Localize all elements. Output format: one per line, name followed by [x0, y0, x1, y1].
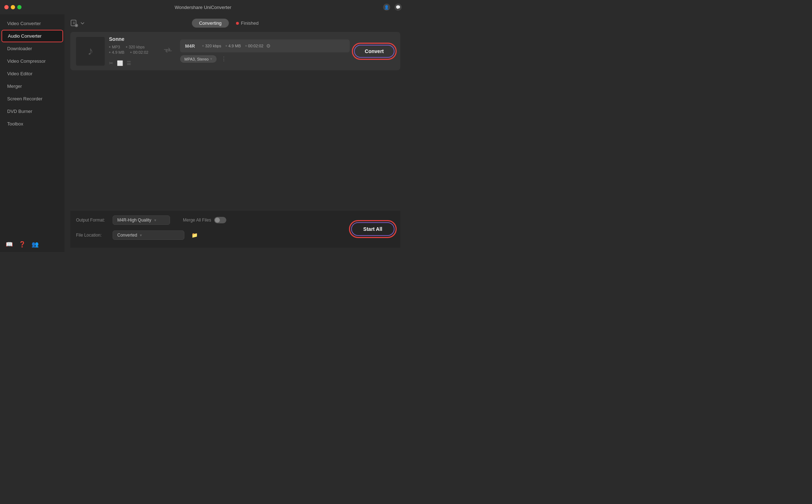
sidebar-item-merger[interactable]: Merger — [0, 80, 65, 92]
tab-finished[interactable]: Finished — [230, 19, 264, 28]
output-size: 4.9 MB — [228, 44, 241, 48]
tab-converting[interactable]: Converting — [192, 19, 229, 28]
more-options-icon[interactable]: ⋮ — [221, 56, 227, 62]
toolbar-left — [70, 19, 85, 27]
crop-icon[interactable]: ⬜ — [117, 60, 123, 66]
output-duration: 00:02:02 — [248, 44, 264, 48]
message-icon[interactable]: 💬 — [395, 4, 402, 11]
file-thumbnail: ♪ — [76, 37, 105, 66]
sidebar-item-video-converter[interactable]: Video Converter — [0, 17, 65, 30]
bookmarks-icon[interactable]: 📖 — [6, 241, 13, 248]
content-area: Converting Finished ♪ Sonne MP3 — [65, 14, 406, 252]
bottom-controls: Output Format: M4R-High Quality ▾ Merge … — [76, 215, 395, 243]
file-meta: MP3 320 kbps 4.9 MB — [109, 45, 156, 54]
file-location-label: File Location: — [76, 233, 108, 238]
dropdown-arrow-button[interactable] — [80, 21, 85, 25]
sidebar-bottom: 📖 ❓ 👥 — [0, 237, 65, 252]
output-bitrate: 320 kbps — [205, 44, 221, 48]
sidebar-item-toolbox[interactable]: Toolbox — [0, 118, 65, 130]
sidebar-item-video-editor[interactable]: Video Editor — [0, 67, 65, 80]
app-title: Wondershare UniConverter — [175, 5, 231, 10]
sidebar-item-downloader[interactable]: Downloader — [0, 42, 65, 55]
finished-dot — [236, 22, 239, 25]
maximize-button[interactable] — [17, 5, 22, 9]
location-select[interactable]: Converted ▾ — [113, 230, 184, 240]
main-layout: Video Converter Audio Converter Download… — [0, 14, 406, 252]
output-format-row-label: Output Format: — [76, 218, 108, 223]
output-format-details: M4R 320 kbps 4.9 MB — [185, 43, 345, 49]
equalizer-icon[interactable]: ☰ — [127, 60, 131, 66]
convert-button[interactable]: Convert — [354, 45, 395, 58]
output-format-row: Output Format: M4R-High Quality ▾ Merge … — [76, 215, 351, 225]
music-note-icon: ♪ — [88, 44, 93, 58]
location-value: Converted — [117, 233, 137, 238]
sidebar-item-screen-recorder[interactable]: Screen Recorder — [0, 92, 65, 105]
audio-profile-selector[interactable]: MPA3, Stereo ▾ — [180, 55, 217, 63]
cut-icon[interactable]: ✂ — [109, 60, 113, 66]
file-name: Sonne — [109, 36, 156, 42]
file-location-row: File Location: Converted ▾ 📁 — [76, 230, 351, 240]
help-icon[interactable]: ❓ — [19, 241, 26, 248]
output-format-select[interactable]: M4R-High Quality ▾ — [113, 215, 170, 225]
source-size: 4.9 MB — [112, 50, 124, 54]
output-format-chevron: ▾ — [154, 218, 156, 223]
sidebar: Video Converter Audio Converter Download… — [0, 14, 65, 252]
output-format-value: M4R-High Quality — [117, 218, 151, 223]
settings-icon[interactable]: ⚙ — [266, 43, 271, 49]
titlebar: Wondershare UniConverter 👤 💬 — [0, 0, 406, 14]
output-format-label: M4R — [185, 43, 199, 49]
merge-label: Merge All Files — [183, 218, 211, 223]
source-duration: 00:02:02 — [133, 50, 148, 54]
source-format: MP3 — [112, 45, 120, 49]
file-card: ♪ Sonne MP3 320 kbps — [70, 32, 400, 70]
empty-area — [70, 70, 400, 210]
minimize-button[interactable] — [11, 5, 15, 9]
start-all-button[interactable]: Start All — [351, 222, 395, 236]
traffic-lights — [4, 5, 22, 9]
users-icon[interactable]: 👥 — [32, 241, 39, 248]
folder-browse-icon[interactable]: 📁 — [192, 232, 198, 238]
file-actions: ✂ ⬜ ☰ — [109, 60, 156, 66]
merge-toggle: Merge All Files — [183, 217, 226, 223]
merge-toggle-switch[interactable] — [214, 217, 226, 223]
toggle-knob — [215, 218, 220, 223]
sidebar-item-video-compressor[interactable]: Video Compressor — [0, 55, 65, 67]
titlebar-icons: 👤 💬 — [383, 4, 402, 11]
location-chevron: ▾ — [140, 233, 142, 238]
output-format-box: M4R 320 kbps 4.9 MB — [180, 39, 350, 52]
output-section: Output Format: M4R-High Quality ▾ Merge … — [70, 210, 400, 248]
source-bitrate: 320 kbps — [129, 45, 145, 49]
account-icon[interactable]: 👤 — [383, 4, 390, 11]
sidebar-item-audio-converter[interactable]: Audio Converter — [1, 30, 63, 42]
top-toolbar: Converting Finished — [70, 19, 400, 28]
audio-profile-chevron: ▾ — [210, 57, 212, 61]
audio-profile-label: MPA3, Stereo — [184, 57, 209, 61]
close-button[interactable] — [4, 5, 9, 9]
sidebar-item-dvd-burner[interactable]: DVD Burner — [0, 105, 65, 118]
add-files-button[interactable] — [70, 19, 78, 27]
shuffle-arrow-icon — [160, 47, 176, 56]
toolbar-center: Converting Finished — [85, 19, 372, 28]
